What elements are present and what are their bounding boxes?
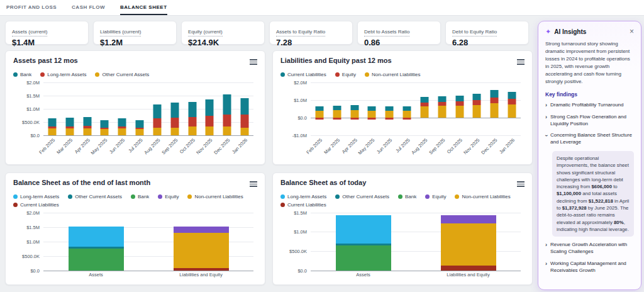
legend-label: Other Current Assets (75, 194, 122, 199)
bar-segment (48, 118, 56, 126)
bars-area (311, 213, 521, 271)
legend-dot-icon (13, 72, 18, 77)
y-axis-label: $1.5M (13, 93, 40, 98)
legend-item: Equity (158, 194, 179, 199)
legend-item: Long-term Assets (13, 194, 59, 199)
bar-segment (368, 111, 376, 117)
chart-x-labels: Feb 2025Mar 2025Apr 2025May 2025Jun 2025… (43, 135, 253, 155)
bar-segment (333, 118, 341, 120)
finding-item[interactable]: ›Revenue Growth Acceleration with Scalin… (545, 242, 634, 256)
kpi-assets-current: Assets (current) $1.4M (5, 21, 89, 45)
legend-item: Bank (398, 194, 416, 199)
y-axis-label: $1.0M (280, 229, 307, 235)
bar-column (201, 82, 218, 135)
bar-column (503, 82, 521, 135)
chart-menu-icon[interactable] (517, 179, 525, 189)
y-axis-label: $1.0M (280, 97, 307, 103)
chevron-right-icon: › (545, 242, 547, 249)
bar-segment (69, 249, 124, 271)
kpi-equity-current: Equity (current) $214.9K (181, 21, 265, 45)
bar-segment (508, 99, 516, 104)
legend-dot-icon (131, 194, 135, 199)
x-axis-label: Jun 2025 (113, 135, 131, 155)
x-axis-label: Liabilities and Equity (416, 271, 521, 279)
legend-item: Other Current Assets (68, 194, 122, 199)
bar-column (380, 82, 398, 135)
kpi-debt-to-equity-ratio: Debt to Equity Ratio 6.28 (445, 21, 529, 45)
legend-label: Non-current Liabilities (462, 194, 510, 199)
finding-item[interactable]: ›Dramatic Profitability Turnaround (545, 102, 634, 109)
legend-item: Non-current Liabilities (455, 194, 510, 199)
bar-segment (118, 128, 126, 135)
ai-panel-title: AI Insights (554, 28, 626, 35)
bar-column (184, 82, 201, 135)
bar-segment (420, 97, 428, 103)
bar-segment (441, 266, 496, 270)
bar-segment (368, 118, 376, 120)
finding-item[interactable]: ›Concerning Balance Sheet Structure and … (545, 132, 634, 146)
kpi-value: $214.9K (188, 38, 258, 47)
chart-menu-icon[interactable] (517, 57, 525, 67)
tab-cash-flow[interactable]: CASH FLOW (72, 0, 105, 15)
legend-label: Equity (165, 194, 179, 199)
legend-dot-icon (280, 194, 285, 199)
legend-dot-icon (95, 72, 99, 77)
tab-balance-sheet[interactable]: BALANCE SHEET (120, 0, 167, 15)
chart-card-liabilities-equity-12mo: Liabilities and Equity past 12 mos Curre… (272, 50, 533, 165)
close-icon[interactable]: × (630, 28, 634, 35)
y-axis-label: $0.0 (280, 115, 307, 120)
y-axis-label: -$1.0M (280, 132, 307, 138)
x-axis-label: Liabilities and Equity (148, 271, 253, 279)
y-axis-label: $2.0M (280, 79, 307, 85)
bar-segment (473, 94, 481, 100)
key-findings-heading: Key findings (545, 91, 634, 98)
x-axis-label: Jan 2026 (236, 135, 253, 155)
legend-dot-icon (40, 72, 45, 77)
bars-area (43, 213, 253, 271)
legend-item: Bank (131, 194, 149, 199)
legend-label: Equity (432, 194, 446, 199)
bar-segment (153, 104, 161, 118)
bar-segment (83, 117, 91, 126)
chart-menu-icon[interactable] (250, 179, 257, 189)
bar-segment (368, 106, 376, 111)
bar-segment (441, 223, 496, 266)
ai-panel-header: ✦ AI Insights × (545, 28, 634, 35)
bar-segment (241, 115, 249, 128)
bar-segment (65, 128, 74, 135)
finding-item[interactable]: ›Strong Cash Flow Generation and Liquidi… (545, 114, 634, 128)
chart-menu-icon[interactable] (250, 57, 257, 67)
legend-label: Current Liabilities (287, 72, 326, 77)
chart-plot: $0.0$500.0K$1.0M$1.5M (280, 213, 525, 271)
legend-label: Other Current Assets (342, 194, 389, 199)
bar-column (416, 82, 433, 135)
y-axis-label: $1.0M (13, 239, 40, 244)
legend-dot-icon (335, 194, 340, 199)
bar-segment (350, 105, 358, 110)
bar-segment (403, 106, 411, 111)
bars-area (43, 82, 253, 135)
legend-dot-icon (280, 203, 285, 207)
bar-segment (336, 245, 391, 271)
bar-segment (350, 110, 358, 118)
bar-segment (336, 215, 391, 244)
finding-item[interactable]: ›Working Capital Management and Receivab… (545, 261, 634, 274)
bar-segment (188, 117, 196, 127)
kpi-label: Assets (current) (12, 29, 47, 36)
bar-segment (48, 128, 56, 135)
bar-segment (333, 106, 341, 111)
y-axis-label: $500.0K (13, 253, 40, 259)
tab-profit-and-loss[interactable]: PROFIT AND LOSS (6, 0, 57, 15)
bar-segment (315, 111, 323, 118)
legend-label: Bank (20, 72, 31, 77)
legend-item: Current Liabilities (280, 72, 326, 77)
bar-segment (315, 106, 323, 111)
kpi-label: Debt to Assets Ratio (364, 29, 409, 36)
bar-column (96, 82, 113, 135)
kpi-liabilities-current: Liabilities (current) $1.2M (93, 21, 177, 45)
finding-detail-text: Despite operational improvements, the ba… (552, 151, 634, 237)
bar-column (113, 82, 131, 135)
bar-column (433, 82, 451, 135)
legend-dot-icon (68, 194, 72, 199)
chart-x-labels: Feb 2025Mar 2025Apr 2025May 2025Jun 2025… (311, 135, 521, 155)
